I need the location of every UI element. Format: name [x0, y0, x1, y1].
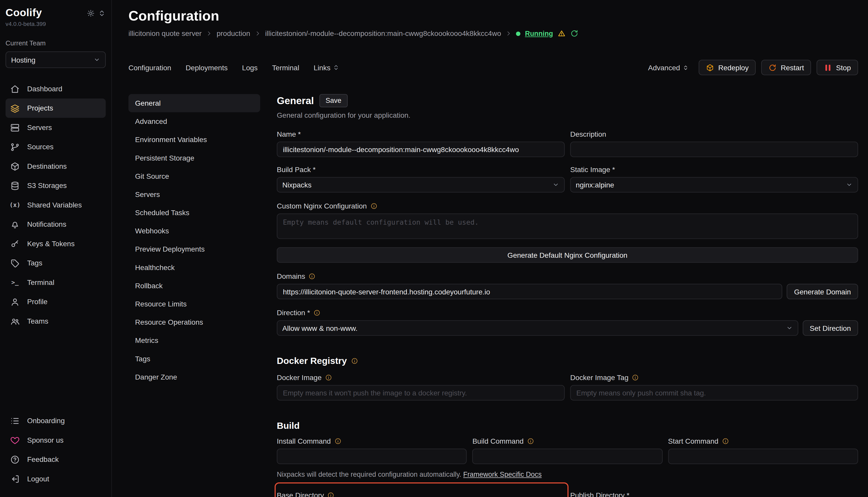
start-command-input[interactable] — [668, 449, 858, 464]
info-icon[interactable] — [722, 437, 729, 444]
settings-nav-item-git-source[interactable]: Git Source — [128, 167, 260, 185]
description-label: Description — [570, 130, 606, 138]
settings-nav-item-general[interactable]: General — [128, 94, 260, 112]
save-button[interactable]: Save — [319, 94, 347, 108]
tab-bar: Configuration Deployments Logs T — [128, 60, 858, 75]
app-version: v4.0.0-beta.399 — [6, 20, 46, 27]
docker-image-input[interactable] — [277, 385, 565, 400]
info-icon[interactable] — [527, 437, 534, 444]
settings-nav-item-preview-deployments[interactable]: Preview Deployments — [128, 240, 260, 258]
build-pack-select[interactable]: Nixpacks — [277, 177, 565, 192]
framework-docs-link[interactable]: Framework Specific Docs — [463, 471, 542, 479]
settings-nav-item-environment-variables[interactable]: Environment Variables — [128, 130, 260, 149]
build-command-input[interactable] — [472, 449, 663, 464]
sidebar-footer-item-logout[interactable]: Logout — [6, 469, 106, 488]
settings-nav-item-resource-limits[interactable]: Resource Limits — [128, 295, 260, 313]
generate-domain-button[interactable]: Generate Domain — [787, 284, 858, 299]
docker-image-tag-input[interactable] — [570, 385, 858, 400]
sidebar-footer-item-sponsor-us[interactable]: Sponsor us — [6, 430, 106, 450]
build-pack-label: Build Pack * — [277, 165, 316, 173]
settings-nav-item-danger-zone[interactable]: Danger Zone — [128, 368, 260, 386]
redeploy-button[interactable]: Redeploy — [699, 60, 756, 75]
sidebar-item-profile[interactable]: Profile — [6, 292, 106, 311]
info-icon[interactable] — [327, 491, 334, 497]
sidebar-item-s3-storages[interactable]: S3 Storages — [6, 176, 106, 195]
install-command-input[interactable] — [277, 449, 467, 464]
settings-nav-item-webhooks[interactable]: Webhooks — [128, 222, 260, 240]
settings-nav-item-rollback[interactable]: Rollback — [128, 277, 260, 295]
sidebar-item-terminal[interactable]: >_ Terminal — [6, 273, 106, 292]
sidebar-item-destinations[interactable]: Destinations — [6, 156, 106, 176]
sidebar-item-shared-variables[interactable]: (x) Shared Variables — [6, 195, 106, 214]
breadcrumb-environment[interactable]: production — [217, 29, 250, 38]
restart-button[interactable]: Restart — [761, 60, 811, 75]
sidebar-item-dashboard[interactable]: Dashboard — [6, 79, 106, 98]
sidebar-footer-item-onboarding[interactable]: Onboarding — [6, 411, 106, 430]
status-link[interactable]: Running — [525, 29, 553, 37]
settings-nav-item-scheduled-tasks[interactable]: Scheduled Tasks — [128, 204, 260, 222]
app-logo[interactable]: Coolify — [6, 7, 46, 19]
sidebar-item-projects[interactable]: Projects — [6, 98, 106, 118]
restart-label: Restart — [781, 63, 804, 72]
breadcrumb-resource[interactable]: illicitestonion/-module--decomposition:m… — [265, 29, 501, 38]
team-select[interactable]: Hosting — [6, 52, 106, 68]
info-icon[interactable] — [632, 374, 639, 381]
advanced-selector[interactable]: Advanced — [648, 63, 689, 72]
settings-nav-item-advanced[interactable]: Advanced — [128, 112, 260, 130]
settings-nav-item-metrics[interactable]: Metrics — [128, 331, 260, 350]
warning-icon[interactable] — [557, 29, 566, 38]
content: General Advanced Environment Variables P… — [128, 94, 858, 497]
tab-links[interactable]: Links — [314, 63, 339, 72]
info-icon[interactable] — [313, 309, 320, 316]
description-input[interactable] — [570, 142, 858, 157]
name-input[interactable] — [277, 142, 565, 157]
feedback-icon — [10, 454, 20, 465]
set-direction-button[interactable]: Set Direction — [802, 320, 858, 336]
breadcrumb-project[interactable]: illicitonion quote server — [128, 29, 202, 38]
info-icon[interactable] — [325, 374, 332, 381]
info-icon[interactable] — [351, 357, 358, 365]
server-icon — [10, 123, 20, 132]
sidebar-item-label: Sources — [27, 143, 54, 151]
settings-nav-item-healthcheck[interactable]: Healthcheck — [128, 258, 260, 276]
domains-input[interactable] — [277, 284, 783, 299]
settings-nav-item-label: Tags — [135, 355, 150, 363]
sidebar-footer-item-feedback[interactable]: Feedback — [6, 450, 106, 469]
settings-nav-item-resource-operations[interactable]: Resource Operations — [128, 313, 260, 331]
settings-nav-item-tags[interactable]: Tags — [128, 350, 260, 368]
build-pack-value: Nixpacks — [282, 181, 312, 189]
settings-nav-item-label: General — [135, 99, 161, 107]
sidebar-item-label: Profile — [27, 297, 48, 306]
sidebar-item-servers[interactable]: Servers — [6, 118, 106, 137]
sidebar-item-notifications[interactable]: Notifications — [6, 215, 106, 234]
sidebar-item-keys-tokens[interactable]: Keys & Tokens — [6, 234, 106, 253]
info-icon[interactable] — [370, 202, 377, 209]
static-image-label: Static Image * — [570, 165, 615, 173]
generate-nginx-button[interactable]: Generate Default Nginx Configuration — [277, 247, 858, 262]
sidebar-item-teams[interactable]: Teams — [6, 311, 106, 330]
static-image-value: nginx:alpine — [576, 181, 614, 189]
sidebar-item-label: Teams — [27, 317, 49, 325]
settings-nav-item-servers[interactable]: Servers — [128, 185, 260, 204]
publish-directory-label: Publish Directory * — [570, 491, 630, 497]
static-image-select[interactable]: nginx:alpine — [570, 177, 858, 192]
direction-select[interactable]: Allow www & non-www. — [277, 320, 798, 336]
settings-nav-item-persistent-storage[interactable]: Persistent Storage — [128, 149, 260, 167]
tab-configuration[interactable]: Configuration — [128, 63, 171, 72]
refresh-icon[interactable] — [570, 29, 578, 38]
theme-sun-icon[interactable] — [87, 10, 95, 17]
tab-logs[interactable]: Logs — [242, 63, 258, 72]
tab-deployments[interactable]: Deployments — [185, 63, 228, 72]
theme-selector-icon[interactable] — [98, 10, 106, 17]
tabs: Configuration Deployments Logs T — [128, 63, 339, 72]
chevron-down-icon — [553, 181, 559, 188]
stop-button[interactable]: Stop — [817, 60, 858, 75]
info-icon[interactable] — [334, 437, 341, 444]
settings-nav-item-label: Healthcheck — [135, 264, 175, 272]
tab-terminal[interactable]: Terminal — [272, 63, 299, 72]
sidebar-item-tags[interactable]: Tags — [6, 253, 106, 273]
nginx-config-textarea[interactable] — [277, 214, 858, 239]
settings-nav-item-label: Scheduled Tasks — [135, 209, 189, 217]
sidebar-item-sources[interactable]: Sources — [6, 137, 106, 156]
info-icon[interactable] — [308, 272, 316, 280]
